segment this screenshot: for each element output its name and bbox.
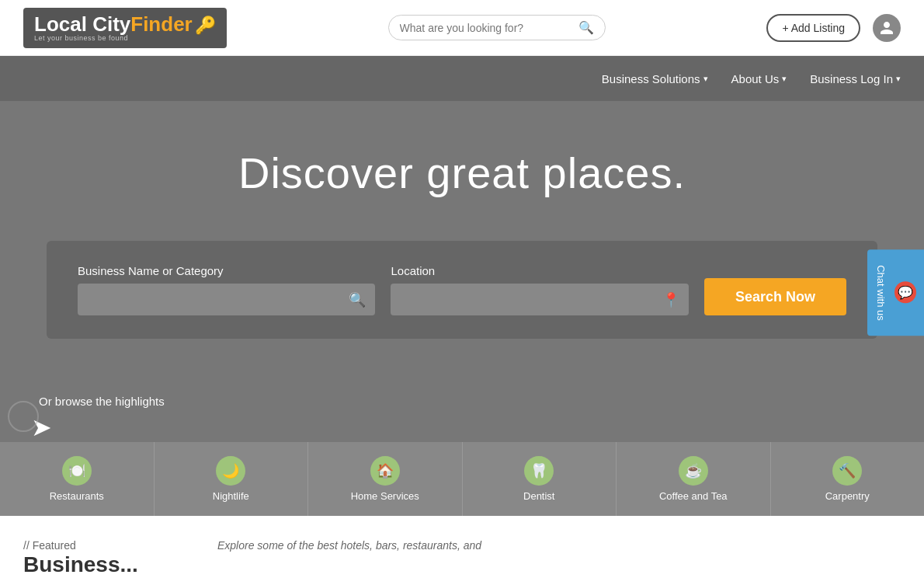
dentist-icon: 🦷 <box>524 456 554 486</box>
featured-title: Business... <box>23 552 194 578</box>
home-services-icon: 🏠 <box>370 456 400 486</box>
chat-label: Chat with us <box>875 265 887 321</box>
logo-key-icon: 🔑 <box>195 16 216 35</box>
logo-city: City <box>92 12 130 36</box>
category-label-carpentry: Carpentry <box>825 490 870 502</box>
logo-finder: Finder <box>130 12 192 36</box>
user-account-icon[interactable] <box>873 14 901 42</box>
category-bar: 🍽️ Restaurants 🌙 Nightlife 🏠 Home Servic… <box>0 442 924 516</box>
category-item-coffee-tea[interactable]: ☕ Coffee and Tea <box>617 442 771 516</box>
category-label-coffee-tea: Coffee and Tea <box>659 490 728 502</box>
category-label-home-services: Home Services <box>351 490 419 502</box>
nav-item-business-solutions[interactable]: Business Solutions ▾ <box>602 66 708 92</box>
hero-section: Discover great places. <box>0 101 924 241</box>
category-item-nightlife[interactable]: 🌙 Nightlife <box>155 442 309 516</box>
restaurants-icon: 🍽️ <box>62 456 92 486</box>
category-label: Business Name or Category <box>78 264 375 277</box>
user-icon <box>879 20 894 36</box>
category-item-home-services[interactable]: 🏠 Home Services <box>308 442 463 516</box>
browse-arrow-icon: ➤ <box>23 413 165 442</box>
decorative-circle <box>8 401 39 432</box>
category-label-nightlife: Nightlife <box>213 490 249 502</box>
category-field: Business Name or Category 🔍 <box>78 264 375 315</box>
hero-title: Discover great places. <box>23 148 901 198</box>
chevron-down-icon: ▾ <box>896 74 901 84</box>
featured-tag: // Featured <box>23 539 194 552</box>
category-input[interactable] <box>78 284 375 315</box>
category-item-restaurants[interactable]: 🍽️ Restaurants <box>0 442 155 516</box>
search-icon: 🔍 <box>349 291 366 308</box>
category-item-carpentry[interactable]: 🔨 Carpentry <box>771 442 925 516</box>
add-listing-button[interactable]: + Add Listing <box>766 14 860 42</box>
nightlife-icon: 🌙 <box>216 456 245 486</box>
header-right: + Add Listing <box>766 14 901 42</box>
category-label-restaurants: Restaurants <box>50 490 104 502</box>
search-box: Business Name or Category 🔍 Location 📍 S… <box>47 241 877 339</box>
header-search-input[interactable] <box>400 22 574 34</box>
location-input[interactable] <box>391 284 688 315</box>
browse-section: Or browse the highlights ➤ <box>0 378 924 442</box>
chevron-down-icon: ▾ <box>782 74 787 84</box>
header-search-bar[interactable]: 🔍 <box>388 15 606 40</box>
chat-notification-dot: 💬 <box>894 281 916 303</box>
featured-section: // Featured Business... Explore some of … <box>0 516 924 585</box>
chat-widget[interactable]: 💬 Chat with us <box>867 249 924 336</box>
browse-highlights-label: Or browse the highlights <box>23 393 165 409</box>
header-search-icon: 🔍 <box>578 20 594 35</box>
category-item-dentist[interactable]: 🦷 Dentist <box>463 442 617 516</box>
nav-item-about-us[interactable]: About Us ▾ <box>731 66 787 92</box>
coffee-tea-icon: ☕ <box>679 456 708 486</box>
location-label: Location <box>391 264 688 277</box>
logo-local: Local <box>34 12 92 36</box>
chevron-down-icon: ▾ <box>703 74 708 84</box>
carpentry-icon: 🔨 <box>832 456 862 486</box>
search-section: Business Name or Category 🔍 Location 📍 S… <box>0 241 924 378</box>
location-field: Location 📍 <box>391 264 688 315</box>
category-label-dentist: Dentist <box>523 490 554 502</box>
featured-desc-text: Explore some of the best hotels, bars, r… <box>217 539 481 552</box>
featured-description: Explore some of the best hotels, bars, r… <box>217 539 481 578</box>
nav-item-business-login[interactable]: Business Log In ▾ <box>810 66 901 92</box>
logo[interactable]: Local CityFinder🔑 Let your business be f… <box>23 8 227 48</box>
search-now-button[interactable]: Search Now <box>704 278 846 315</box>
header: Local CityFinder🔑 Let your business be f… <box>0 0 924 56</box>
nav-bar: Business Solutions ▾ About Us ▾ Business… <box>0 56 924 101</box>
featured-left: // Featured Business... <box>23 539 194 578</box>
location-pin-icon: 📍 <box>662 291 679 308</box>
